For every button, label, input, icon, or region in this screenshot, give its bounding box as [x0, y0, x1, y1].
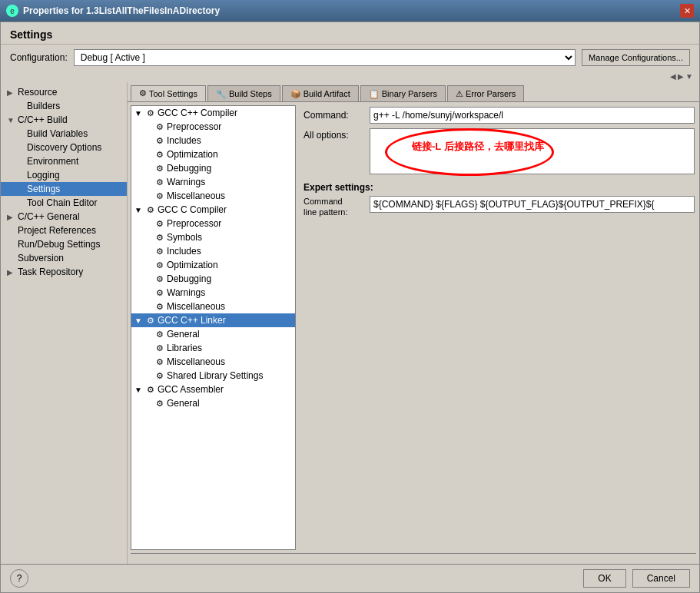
tab-binary-parsers-label: Binary Parsers: [382, 89, 437, 98]
help-button[interactable]: ?: [10, 569, 28, 588]
tree-item-label: Warnings: [167, 177, 205, 187]
sidebar-item-logging[interactable]: Logging: [1, 168, 127, 182]
command-input[interactable]: [370, 107, 695, 124]
tab-build-artifact[interactable]: 📦 Build Artifact: [282, 85, 359, 101]
tree-node-icon: ⚙: [156, 136, 164, 146]
tree-node-icon: ⚙: [156, 219, 164, 229]
config-select-wrapper: Debug [ Active ]ReleaseAll Configuration…: [74, 49, 576, 66]
content-area: ▶ Resource Builders ▼ C/C++ Build Build …: [1, 82, 699, 564]
tree-item-label: GCC C Compiler: [158, 204, 227, 215]
command-line-pattern-text: Commandline pattern:: [304, 197, 347, 217]
tree-node-icon: ⚙: [156, 260, 164, 270]
tab-error-parsers-label: Error Parsers: [466, 89, 516, 98]
sidebar-item-environment[interactable]: Environment: [1, 154, 127, 168]
tree-item-gcc-cpp-compiler[interactable]: ▼ ⚙ GCC C++ Compiler: [131, 106, 295, 120]
tree-item-libraries[interactable]: ⚙ Libraries: [131, 341, 295, 355]
sidebar-item-subversion[interactable]: Subversion: [1, 251, 127, 265]
sidebar-item-label: Discovery Options: [27, 142, 101, 153]
dropdown-arrow[interactable]: ▼: [685, 72, 693, 81]
tab-tool-settings-label: Tool Settings: [149, 89, 197, 98]
tree-item-general2[interactable]: ⚙ General: [131, 396, 295, 410]
back-arrow[interactable]: ◀: [670, 72, 676, 81]
config-select[interactable]: Debug [ Active ]ReleaseAll Configuration…: [74, 49, 576, 66]
tree-item-miscellaneous3[interactable]: ⚙ Miscellaneous: [131, 355, 295, 369]
tree-pane: ▼ ⚙ GCC C++ Compiler ⚙ Preprocessor ⚙ In…: [131, 105, 296, 550]
tab-tool-settings[interactable]: ⚙ Tool Settings: [131, 85, 206, 101]
all-options-textarea[interactable]: [370, 128, 695, 174]
error-parsers-icon: ⚠: [456, 89, 463, 99]
sidebar-item-label: Builders: [27, 101, 60, 111]
close-button[interactable]: ✕: [680, 4, 694, 18]
footer-right: OK Cancel: [583, 569, 690, 588]
config-label: Configuration:: [10, 52, 68, 63]
expand-icon: ▼: [134, 386, 145, 394]
sidebar-item-discovery-options[interactable]: Discovery Options: [1, 141, 127, 154]
tree-item-label: Includes: [167, 135, 201, 146]
tab-error-parsers[interactable]: ⚠ Error Parsers: [447, 85, 524, 101]
tree-item-debugging1[interactable]: ⚙ Debugging: [131, 161, 295, 175]
expert-section: Expert settings: Commandline pattern:: [304, 182, 695, 218]
sidebar-item-build-variables[interactable]: Build Variables: [1, 127, 127, 141]
nav-arrows: ◀ ▶ ▼: [1, 71, 699, 82]
tree-node-icon: ⚙: [156, 164, 164, 174]
tree-item-gcc-c-compiler[interactable]: ▼ ⚙ GCC C Compiler: [131, 203, 295, 217]
expand-icon: ▼: [134, 316, 145, 325]
tree-node-icon: ⚙: [156, 122, 164, 132]
all-options-wrapper: 链接-L 后接路径，去哪里找库: [370, 128, 695, 174]
tree-item-label: General: [167, 398, 200, 409]
tree-item-miscellaneous2[interactable]: ⚙ Miscellaneous: [131, 300, 295, 313]
sidebar-item-label: Settings: [27, 184, 60, 194]
sidebar-item-tool-chain-editor[interactable]: Tool Chain Editor: [1, 196, 127, 210]
tree-item-preprocessor1[interactable]: ⚙ Preprocessor: [131, 120, 295, 134]
tree-item-label: Miscellaneous: [167, 301, 225, 312]
bottom-scrollbar[interactable]: [131, 553, 696, 564]
tree-node-icon: ⚙: [156, 357, 164, 367]
sidebar: ▶ Resource Builders ▼ C/C++ Build Build …: [1, 82, 128, 564]
tree-item-warnings2[interactable]: ⚙ Warnings: [131, 286, 295, 300]
tree-item-debugging2[interactable]: ⚙ Debugging: [131, 272, 295, 286]
tab-build-steps[interactable]: 🔧 Build Steps: [207, 85, 280, 101]
tree-item-miscellaneous1[interactable]: ⚙ Miscellaneous: [131, 189, 295, 203]
tree-item-label: Warnings: [167, 287, 205, 298]
build-steps-icon: 🔧: [216, 89, 227, 99]
sidebar-item-label: Build Variables: [27, 128, 88, 139]
tree-item-general1[interactable]: ⚙ General: [131, 327, 295, 341]
binary-parsers-icon: 📋: [369, 89, 380, 99]
sidebar-item-builders[interactable]: Builders: [1, 99, 127, 113]
sidebar-item-project-references[interactable]: Project References: [1, 224, 127, 237]
title-bar-left: e Properties for 1.3ListAllTheFilesInADi…: [6, 5, 220, 17]
tree-item-warnings1[interactable]: ⚙ Warnings: [131, 175, 295, 189]
tree-item-label: Optimization: [167, 149, 218, 160]
sidebar-item-settings[interactable]: Settings: [1, 182, 127, 196]
sidebar-item-resource[interactable]: ▶ Resource: [1, 85, 127, 99]
command-line-pattern-label: Commandline pattern:: [304, 196, 365, 218]
sidebar-item-cpp-general[interactable]: ▶ C/C++ General: [1, 210, 127, 224]
command-line-pattern-input[interactable]: [370, 196, 695, 213]
tree-item-gcc-assembler[interactable]: ▼ ⚙ GCC Assembler: [131, 383, 295, 396]
tree-item-includes2[interactable]: ⚙ Includes: [131, 244, 295, 258]
expand-icon: ▶: [7, 268, 16, 277]
cancel-button[interactable]: Cancel: [632, 569, 690, 588]
tab-binary-parsers[interactable]: 📋 Binary Parsers: [360, 85, 446, 101]
sidebar-item-cpp-build[interactable]: ▼ C/C++ Build: [1, 113, 127, 127]
tree-item-symbols[interactable]: ⚙ Symbols: [131, 230, 295, 244]
sidebar-item-task-repository[interactable]: ▶ Task Repository: [1, 265, 127, 279]
tab-build-artifact-label: Build Artifact: [304, 89, 350, 98]
tree-item-includes1[interactable]: ⚙ Includes: [131, 134, 295, 147]
sidebar-item-label: Project References: [18, 225, 96, 236]
sidebar-item-label: C/C++ Build: [18, 114, 68, 125]
tree-node-icon: ⚙: [156, 150, 164, 160]
sidebar-item-label: C/C++ General: [18, 211, 80, 222]
tree-node-icon: ⚙: [156, 191, 164, 201]
tree-item-shared-library[interactable]: ⚙ Shared Library Settings: [131, 369, 295, 383]
tree-item-optimization1[interactable]: ⚙ Optimization: [131, 147, 295, 161]
manage-configurations-button[interactable]: Manage Configurations...: [582, 49, 690, 66]
tabs-bar: ⚙ Tool Settings 🔧 Build Steps 📦 Build Ar…: [128, 82, 699, 102]
forward-arrow[interactable]: ▶: [678, 72, 684, 81]
tree-item-preprocessor2[interactable]: ⚙ Preprocessor: [131, 217, 295, 230]
ok-button[interactable]: OK: [583, 569, 625, 588]
tree-item-gcc-cpp-linker[interactable]: ▼ ⚙ GCC C++ Linker: [131, 313, 295, 327]
tree-item-optimization2[interactable]: ⚙ Optimization: [131, 258, 295, 272]
sidebar-item-run-debug[interactable]: Run/Debug Settings: [1, 237, 127, 251]
sidebar-item-label: Run/Debug Settings: [18, 239, 100, 250]
